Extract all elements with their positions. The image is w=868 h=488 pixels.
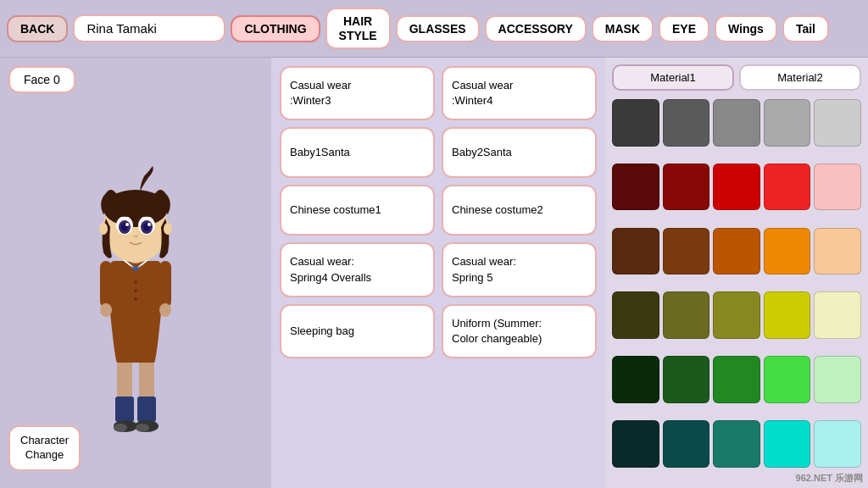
clothing-item-cw3[interactable]: Casual wear:Winter3 [280, 66, 435, 120]
character-preview [8, 102, 263, 480]
svg-point-7 [136, 424, 149, 432]
color-swatch-29[interactable] [814, 420, 861, 468]
color-swatch-12[interactable] [713, 228, 760, 275]
svg-point-28 [99, 223, 108, 235]
color-swatch-10[interactable] [612, 228, 659, 275]
watermark: 962.NET 乐游网 [796, 472, 863, 485]
top-bar: BACK Rina Tamaki CLOTHING HAIRSTYLE GLAS… [0, 0, 868, 58]
color-swatch-2[interactable] [713, 99, 760, 147]
character-svg [51, 134, 220, 447]
back-button[interactable]: BACK [7, 15, 68, 42]
clothing-item-baby1santa[interactable]: Baby1Santa [280, 127, 435, 178]
clothing-item-cwspring4[interactable]: Casual wear:Spring4 Overalls [280, 242, 435, 297]
material-tabs: Material1 Material2 [612, 64, 861, 91]
svg-point-6 [114, 424, 127, 432]
clothing-grid: Casual wear:Winter3 Casual wear:Winter4 … [280, 66, 597, 358]
svg-point-27 [147, 223, 151, 226]
color-swatch-11[interactable] [663, 228, 710, 275]
color-swatch-4[interactable] [814, 99, 861, 147]
left-panel: Face 0 [0, 58, 271, 488]
svg-point-15 [100, 303, 112, 317]
color-swatch-1[interactable] [663, 99, 710, 147]
svg-point-10 [134, 280, 137, 284]
color-swatch-16[interactable] [663, 291, 710, 339]
color-swatch-3[interactable] [764, 99, 811, 147]
clothing-item-cwspring5[interactable]: Casual wear:Spring 5 [442, 242, 597, 297]
material1-tab[interactable]: Material1 [612, 64, 734, 91]
clothing-item-chinese1[interactable]: Chinese costume1 [280, 185, 435, 236]
color-swatch-28[interactable] [764, 420, 811, 468]
color-swatch-13[interactable] [764, 228, 811, 275]
color-swatch-21[interactable] [663, 356, 710, 403]
tab-clothing[interactable]: CLOTHING [231, 15, 320, 42]
color-swatch-0[interactable] [612, 99, 659, 147]
svg-rect-3 [137, 396, 156, 422]
color-swatch-20[interactable] [612, 356, 659, 403]
color-swatch-15[interactable] [612, 291, 659, 339]
color-swatch-18[interactable] [764, 291, 811, 339]
color-swatch-14[interactable] [814, 228, 861, 275]
clothing-item-sleeping[interactable]: Sleeping bag [280, 304, 435, 358]
color-grid [612, 99, 861, 481]
clothing-item-cw4[interactable]: Casual wear:Winter4 [442, 66, 597, 120]
tab-accessory[interactable]: ACCESSORY [485, 15, 587, 42]
color-swatch-5[interactable] [612, 164, 659, 211]
color-swatch-17[interactable] [713, 291, 760, 339]
color-swatch-25[interactable] [612, 420, 659, 468]
tab-eye[interactable]: EYE [659, 15, 709, 42]
main-content: Face 0 [0, 58, 868, 488]
color-swatch-27[interactable] [713, 420, 760, 468]
color-swatch-9[interactable] [814, 164, 861, 211]
color-swatch-26[interactable] [663, 420, 710, 468]
svg-point-9 [133, 266, 138, 271]
color-swatch-8[interactable] [764, 164, 811, 211]
character-name-button[interactable]: Rina Tamaki [73, 14, 225, 42]
right-panel: Material1 Material2 [605, 58, 868, 488]
color-swatch-7[interactable] [713, 164, 760, 211]
tab-tail[interactable]: Tail [782, 15, 829, 42]
tab-mask[interactable]: MASK [592, 15, 654, 42]
clothing-item-baby2santa[interactable]: Baby2Santa [442, 127, 597, 178]
svg-rect-2 [115, 396, 134, 422]
center-panel: Casual wear:Winter3 Casual wear:Winter4 … [271, 58, 605, 488]
tab-hairstyle[interactable]: HAIRSTYLE [326, 8, 391, 50]
face-button[interactable]: Face 0 [8, 66, 75, 93]
svg-point-12 [134, 297, 137, 301]
color-swatch-22[interactable] [713, 356, 760, 403]
svg-point-26 [125, 223, 129, 226]
svg-point-29 [164, 223, 172, 235]
color-swatch-23[interactable] [764, 356, 811, 403]
color-swatch-24[interactable] [814, 356, 861, 403]
svg-rect-14 [159, 261, 171, 308]
svg-rect-13 [100, 261, 112, 308]
svg-point-16 [159, 303, 171, 317]
color-swatch-6[interactable] [663, 164, 710, 211]
color-swatch-19[interactable] [814, 291, 861, 339]
svg-point-11 [134, 289, 137, 292]
clothing-item-chinese2[interactable]: Chinese costume2 [442, 185, 597, 236]
tab-wings[interactable]: Wings [715, 15, 777, 42]
clothing-item-uniform[interactable]: Uniform (Summer:Color changeable) [442, 304, 597, 358]
material2-tab[interactable]: Material2 [739, 64, 861, 91]
tab-glasses[interactable]: GLASSES [396, 15, 480, 42]
character-change-button[interactable]: CharacterChange [8, 425, 81, 471]
